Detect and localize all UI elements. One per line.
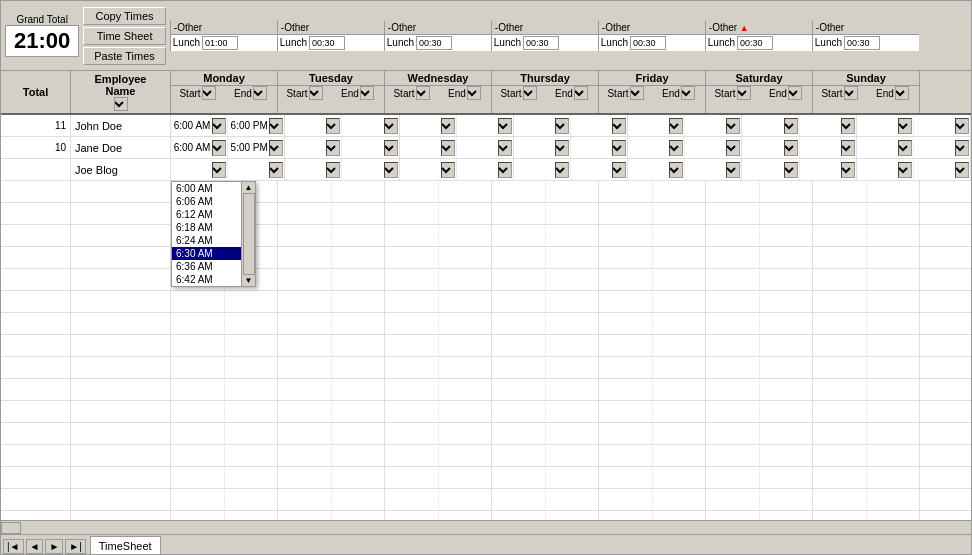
end-time-input[interactable]	[343, 142, 383, 153]
sort-start-saturday[interactable]	[737, 86, 751, 100]
dropdown-item[interactable]: 6:00 AM	[172, 182, 241, 195]
end-time-input[interactable]	[686, 164, 726, 175]
start-time-dropdown[interactable]	[441, 162, 455, 178]
dropdown-item[interactable]: 6:42 AM	[172, 273, 241, 286]
dropdown-scrollbar[interactable]: ▲▼	[241, 182, 255, 286]
dropdown-item[interactable]: 6:30 AM	[172, 247, 241, 260]
start-time-dropdown[interactable]	[669, 118, 683, 134]
lunch-time-saturday[interactable]	[737, 36, 773, 50]
end-time-input[interactable]	[572, 142, 612, 153]
tab-first-button[interactable]: |◄	[3, 539, 24, 554]
lunch-time-monday[interactable]	[202, 36, 238, 50]
dropdown-item[interactable]: 6:24 AM	[172, 234, 241, 247]
sort-end-wednesday[interactable]	[467, 86, 481, 100]
start-time-dropdown[interactable]	[212, 162, 226, 178]
lunch-time-wednesday[interactable]	[416, 36, 452, 50]
end-time-input[interactable]	[572, 120, 612, 131]
end-time-dropdown[interactable]	[384, 140, 398, 156]
start-time-input[interactable]	[286, 142, 326, 153]
end-time-dropdown[interactable]	[841, 118, 855, 134]
end-time-input[interactable]	[229, 164, 269, 175]
start-time-input[interactable]	[401, 164, 441, 175]
start-time-dropdown[interactable]	[441, 140, 455, 156]
sort-start-monday[interactable]	[202, 86, 216, 100]
start-time-dropdown[interactable]	[898, 140, 912, 156]
end-time-input[interactable]	[458, 142, 498, 153]
start-time-dropdown[interactable]	[898, 118, 912, 134]
start-time-dropdown[interactable]	[898, 162, 912, 178]
start-time-dropdown[interactable]	[441, 118, 455, 134]
start-time-input[interactable]	[743, 120, 783, 131]
end-time-dropdown[interactable]	[612, 140, 626, 156]
start-time-input[interactable]	[629, 120, 669, 131]
start-time-input[interactable]	[515, 164, 555, 175]
start-time-input[interactable]	[743, 164, 783, 175]
end-time-input[interactable]	[229, 120, 269, 131]
start-time-input[interactable]	[743, 142, 783, 153]
end-time-dropdown[interactable]	[841, 162, 855, 178]
lunch-time-tuesday[interactable]	[309, 36, 345, 50]
end-time-input[interactable]	[801, 142, 841, 153]
start-time-input[interactable]	[286, 164, 326, 175]
end-time-dropdown[interactable]	[612, 118, 626, 134]
end-time-dropdown[interactable]	[841, 140, 855, 156]
end-time-dropdown[interactable]	[726, 162, 740, 178]
start-time-input[interactable]	[515, 142, 555, 153]
end-time-input[interactable]	[915, 142, 955, 153]
end-time-dropdown[interactable]	[498, 118, 512, 134]
scroll-thumb[interactable]	[243, 193, 255, 275]
paste-times-button[interactable]: Paste Times	[83, 47, 166, 65]
end-time-dropdown[interactable]	[498, 162, 512, 178]
end-time-dropdown[interactable]	[726, 118, 740, 134]
start-time-dropdown[interactable]	[212, 118, 226, 134]
sort-end-saturday[interactable]	[788, 86, 802, 100]
start-time-dropdown[interactable]	[555, 140, 569, 156]
end-time-dropdown[interactable]	[269, 162, 283, 178]
end-time-dropdown[interactable]	[269, 118, 283, 134]
tab-prev-button[interactable]: ◄	[26, 539, 44, 554]
end-time-dropdown[interactable]	[955, 162, 969, 178]
start-time-input[interactable]	[515, 120, 555, 131]
start-time-input[interactable]	[858, 120, 898, 131]
end-time-input[interactable]	[572, 164, 612, 175]
lunch-time-thursday[interactable]	[523, 36, 559, 50]
sort-start-wednesday[interactable]	[416, 86, 430, 100]
scroll-down-button[interactable]: ▼	[244, 275, 254, 286]
start-time-dropdown[interactable]	[669, 162, 683, 178]
start-time-dropdown[interactable]	[784, 140, 798, 156]
end-time-dropdown[interactable]	[498, 140, 512, 156]
start-time-input[interactable]	[858, 164, 898, 175]
start-time-input[interactable]	[172, 142, 212, 153]
end-time-input[interactable]	[229, 142, 269, 153]
end-time-input[interactable]	[343, 120, 383, 131]
start-time-dropdown[interactable]	[784, 162, 798, 178]
tab-sheet[interactable]: TimeSheet	[90, 536, 161, 554]
start-time-dropdown[interactable]	[669, 140, 683, 156]
time-sheet-button[interactable]: Time Sheet	[83, 27, 166, 45]
sort-start-thursday[interactable]	[523, 86, 537, 100]
start-time-dropdown[interactable]	[326, 162, 340, 178]
end-time-input[interactable]	[801, 164, 841, 175]
end-time-input[interactable]	[686, 142, 726, 153]
start-time-input[interactable]	[286, 120, 326, 131]
end-time-dropdown[interactable]	[269, 140, 283, 156]
start-time-input[interactable]	[401, 142, 441, 153]
end-time-dropdown[interactable]	[612, 162, 626, 178]
dropdown-item[interactable]: 6:12 AM	[172, 208, 241, 221]
start-time-input[interactable]	[172, 120, 212, 131]
sort-end-friday[interactable]	[681, 86, 695, 100]
end-time-dropdown[interactable]	[384, 162, 398, 178]
sort-end-monday[interactable]	[253, 86, 267, 100]
start-time-dropdown[interactable]	[555, 118, 569, 134]
end-time-dropdown[interactable]	[955, 140, 969, 156]
horizontal-scrollbar[interactable]	[1, 520, 971, 534]
sort-start-tuesday[interactable]	[309, 86, 323, 100]
time-dropdown-popup[interactable]: 6:00 AM6:06 AM6:12 AM6:18 AM6:24 AM6:30 …	[171, 181, 256, 287]
start-time-dropdown[interactable]	[784, 118, 798, 134]
scrollbar-thumb[interactable]	[1, 522, 21, 534]
sort-end-tuesday[interactable]	[360, 86, 374, 100]
start-time-dropdown[interactable]	[326, 118, 340, 134]
dropdown-item[interactable]: 6:06 AM	[172, 195, 241, 208]
start-time-input[interactable]	[858, 142, 898, 153]
end-time-input[interactable]	[915, 164, 955, 175]
